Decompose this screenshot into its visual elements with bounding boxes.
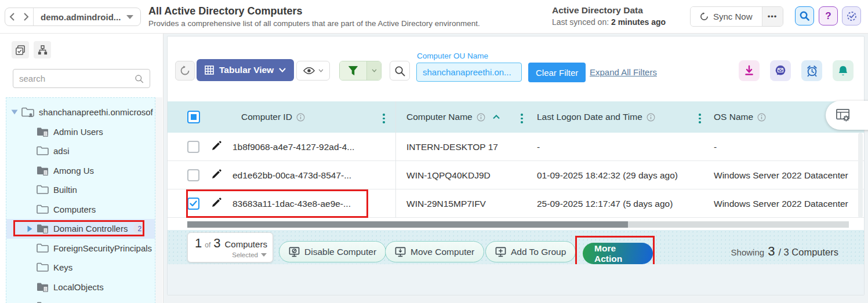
filter-button[interactable] (340, 61, 366, 80)
tree-item-keys[interactable]: Keys (6, 258, 155, 278)
column-menu-icon[interactable] (521, 114, 523, 123)
cell-last-logon: - (537, 133, 540, 161)
tenant-dropdown[interactable]: demo.admindroid... (34, 12, 140, 22)
sidebar-scrollbar[interactable] (155, 97, 162, 303)
hierarchy-view-button[interactable] (34, 41, 51, 59)
report-panel: Tabular View Computer OU Name Clear Filt… (167, 36, 865, 295)
sidebar: shanchanapreethi.onmicrosofAdmin Usersad… (0, 34, 164, 303)
tree-item-shanchanapreethi-onmicrosof[interactable]: shanchanapreethi.onmicrosof (6, 103, 155, 122)
column-header-last-logon[interactable]: Last Logon Date and Time (537, 101, 655, 133)
column-settings-button[interactable] (826, 101, 868, 130)
folder-icon (37, 262, 49, 272)
more-action-button[interactable]: More Action (583, 243, 653, 264)
column-label: Computer Name (406, 112, 473, 122)
table-grid-icon (205, 65, 214, 75)
tree-item-builtin[interactable]: Builtin (6, 180, 155, 200)
export-download-button[interactable] (739, 60, 760, 81)
table-horizontal-scrollbar[interactable] (187, 221, 849, 228)
clear-filter-button[interactable]: Clear Filter (528, 63, 586, 82)
schedule-alert-button[interactable] (801, 60, 822, 81)
table-row[interactable]: ed1e62bb-00ca-473d-8547-...WIN-1QPQ40KDJ… (168, 161, 865, 189)
tree-item-adsi[interactable]: adsi (6, 141, 155, 161)
move-computer-icon (395, 247, 406, 257)
eye-icon (303, 67, 315, 75)
table-search-button[interactable] (390, 61, 410, 81)
row-checkbox[interactable] (187, 141, 199, 153)
column-menu-icon[interactable] (699, 114, 701, 123)
select-all-checkbox[interactable] (187, 111, 200, 123)
computer-ou-name-input[interactable] (416, 63, 522, 82)
tree-item-localobjects[interactable]: LocalObjects (6, 278, 155, 297)
select-objects-button[interactable] (12, 41, 29, 59)
refresh-button[interactable] (175, 61, 195, 81)
scheduled-tasks-button[interactable] (842, 6, 861, 25)
info-icon (647, 113, 655, 122)
sort-ascending-icon (493, 115, 500, 119)
showing-label: Showing (731, 247, 765, 257)
column-header-computer-name[interactable]: Computer Name (406, 101, 500, 133)
help-button[interactable]: ? (819, 6, 838, 25)
tree-item-label: Keys (53, 262, 72, 272)
tree-item-label: adsi (53, 146, 70, 156)
tree-expanded-icon (11, 109, 18, 115)
edit-row-button[interactable] (210, 140, 222, 154)
forward-button[interactable] (19, 8, 33, 25)
info-icon (477, 113, 485, 122)
alarm-clock-icon (806, 65, 818, 77)
tree-item-admin-users[interactable]: Admin Users (6, 122, 155, 142)
row-checkbox[interactable] (187, 198, 199, 210)
view-mode-dropdown[interactable]: Tabular View (197, 59, 294, 81)
tree-item-domain-controllers[interactable]: Domain Controllers2 (6, 219, 155, 239)
edit-row-button[interactable] (210, 169, 222, 182)
edit-pencil-icon (210, 197, 222, 209)
column-header-computer-id[interactable]: Computer ID (241, 101, 305, 133)
tree-item-among-us[interactable]: Among Us (6, 161, 155, 181)
showing-total: / 3 Computers (778, 247, 838, 258)
column-visibility-dropdown[interactable] (296, 61, 330, 81)
showing-summary: Showing 3 / 3 Computers (731, 244, 838, 259)
selection-count-dropdown[interactable]: 1 of 3 Computers Selected (187, 232, 273, 262)
count-badge: 2 (133, 222, 146, 235)
edit-row-button[interactable] (210, 197, 222, 211)
global-search-button[interactable] (795, 6, 814, 25)
sync-now-button[interactable]: Sync Now (691, 7, 762, 26)
cell-os-name: Windows Server 2022 Datacenter (714, 161, 858, 189)
tree-item-item[interactable] (6, 297, 155, 303)
feedback-message-button[interactable] (770, 60, 791, 81)
column-header-os-name[interactable]: OS Name (714, 101, 766, 133)
more-action-label: More Action (594, 243, 641, 264)
sync-split-button: Sync Now ••• (690, 6, 783, 27)
chevron-down-icon (372, 69, 377, 72)
back-button[interactable] (5, 8, 19, 25)
table-row[interactable]: 83683a11-1dac-43e8-ae9e-...WIN-29N15MP7I… (168, 189, 865, 218)
tree-item-label: shanchanapreethi.onmicrosof (39, 107, 153, 117)
table-vertical-scrollbar[interactable] (858, 133, 863, 218)
table-row[interactable]: 1b8f9068-a4e7-4127-92ad-4...INTERN-DESKT… (168, 133, 865, 161)
tree-item-computers[interactable]: Computers (6, 200, 155, 220)
folder-icon (37, 243, 49, 253)
chevron-down-icon (279, 68, 286, 72)
cell-computer-id: 1b8f9068-a4e7-4127-92ad-4... (233, 133, 354, 161)
tenant-name: demo.admindroid... (41, 12, 121, 22)
disable-computer-button[interactable]: Disable Computer (279, 241, 386, 262)
tree-collapsed-icon (27, 225, 32, 232)
column-menu-icon[interactable] (383, 114, 385, 123)
folder-icon (37, 185, 49, 195)
sidebar-search-input[interactable] (19, 74, 135, 83)
sync-more-options-button[interactable]: ••• (762, 7, 783, 26)
tree-item-label: Admin Users (53, 127, 103, 137)
search-icon (394, 65, 405, 76)
org-chart-icon (37, 45, 48, 56)
filter-field-label: Computer OU Name (417, 52, 488, 60)
cell-computer-name: INTERN-DESKTOP 17 (406, 133, 498, 161)
notifications-button[interactable] (833, 60, 854, 81)
filter-dropdown-button[interactable] (366, 61, 381, 80)
add-to-group-button[interactable]: Add To Group (485, 241, 576, 262)
top-header: demo.admindroid... All Active Directory … (0, 0, 868, 34)
row-checkbox[interactable] (187, 169, 199, 181)
move-computer-button[interactable]: Move Computer (385, 241, 484, 262)
tree-item-foreignsecurityprincipals[interactable]: ForeignSecurityPrincipals (6, 239, 155, 258)
scrollbar-thumb[interactable] (187, 221, 628, 228)
expand-all-filters-link[interactable]: Expand All Filters (590, 67, 657, 77)
sync-info: Active Directory Data Last synced on: 2 … (552, 5, 666, 27)
